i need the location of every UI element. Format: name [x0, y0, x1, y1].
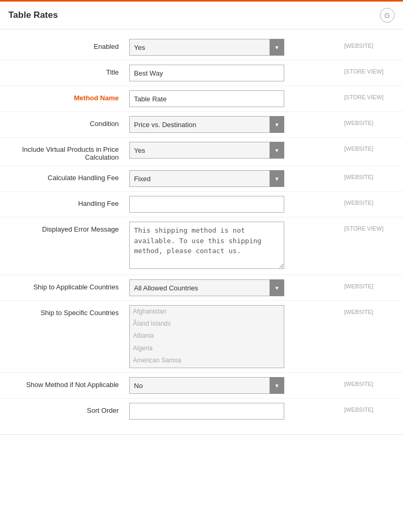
form-row-specific-countries: Ship to Specific CountriesAfghanistanÅla… — [0, 300, 403, 372]
form-row-include-virtual: Include Virtual Products in Price Calcul… — [0, 137, 403, 165]
scope-include-virtual: [WEBSITE] — [337, 142, 395, 152]
form-row-handling-fee: Handling Fee[WEBSITE] — [0, 191, 403, 217]
select-include-virtual[interactable]: YesNo — [129, 142, 284, 159]
label-enabled: Enabled — [8, 39, 129, 50]
countries-list-specific-countries[interactable]: AfghanistanÅland IslandsAlbaniaAlgeriaAm… — [129, 305, 284, 368]
table-rates-panel: Table Rates ⊙ EnabledYesNo[WEBSITE]Title… — [0, 0, 403, 435]
scope-enabled: [WEBSITE] — [337, 39, 395, 49]
input-cell-include-virtual: YesNo — [129, 142, 337, 159]
input-cell-show-method: NoYes — [129, 377, 337, 394]
textarea-error-message[interactable]: This shipping method is not available. T… — [129, 222, 284, 269]
input-cell-specific-countries: AfghanistanÅland IslandsAlbaniaAlgeriaAm… — [129, 305, 337, 368]
input-sort-order[interactable] — [129, 403, 284, 420]
input-handling-fee[interactable] — [129, 196, 284, 213]
input-cell-error-message: This shipping method is not available. T… — [129, 222, 337, 270]
label-calculate-handling: Calculate Handling Fee — [8, 170, 129, 182]
select-calculate-handling[interactable]: FixedPercent — [129, 170, 284, 187]
scope-sort-order: [WEBSITE] — [337, 403, 395, 413]
input-cell-sort-order — [129, 403, 337, 420]
select-enabled[interactable]: YesNo — [129, 39, 284, 56]
scope-applicable-countries: [WEBSITE] — [337, 279, 395, 289]
country-item[interactable]: American Samoa — [130, 354, 284, 367]
panel-bottom-border — [0, 434, 403, 435]
select-wrapper-include-virtual: YesNo — [129, 142, 284, 159]
select-wrapper-show-method: NoYes — [129, 377, 284, 394]
input-cell-title — [129, 65, 337, 81]
label-error-message: Displayed Error Message — [8, 222, 129, 233]
country-item[interactable]: Albania — [130, 330, 284, 342]
select-wrapper-condition: Price vs. DestinationWeight vs. Destinat… — [129, 116, 284, 133]
country-item[interactable]: Åland Islands — [130, 318, 284, 330]
form-table: EnabledYesNo[WEBSITE]Title[STORE VIEW]Me… — [0, 29, 403, 429]
label-title: Title — [8, 65, 129, 76]
select-show-method[interactable]: NoYes — [129, 377, 284, 394]
input-cell-method-name — [129, 90, 337, 107]
country-item[interactable]: Afghanistan — [130, 306, 284, 318]
select-wrapper-enabled: YesNo — [129, 39, 284, 56]
scope-title: [STORE VIEW] — [337, 65, 395, 75]
label-applicable-countries: Ship to Applicable Countries — [8, 279, 129, 291]
scope-handling-fee: [WEBSITE] — [337, 196, 395, 206]
label-sort-order: Sort Order — [8, 403, 129, 414]
form-row-error-message: Displayed Error MessageThis shipping met… — [0, 217, 403, 275]
input-title[interactable] — [129, 65, 284, 81]
form-row-applicable-countries: Ship to Applicable CountriesAll Allowed … — [0, 275, 403, 300]
label-specific-countries: Ship to Specific Countries — [8, 305, 129, 317]
input-cell-calculate-handling: FixedPercent — [129, 170, 337, 187]
select-wrapper-applicable-countries: All Allowed CountriesSpecific Countries — [129, 279, 284, 296]
form-row-calculate-handling: Calculate Handling FeeFixedPercent[WEBSI… — [0, 165, 403, 191]
panel-header: Table Rates ⊙ — [0, 2, 403, 29]
form-row-condition: ConditionPrice vs. DestinationWeight vs.… — [0, 111, 403, 137]
input-method-name[interactable] — [129, 90, 284, 107]
form-row-show-method: Show Method if Not ApplicableNoYes[WEBSI… — [0, 372, 403, 398]
form-row-method-name: Method Name[STORE VIEW] — [0, 86, 403, 111]
select-condition[interactable]: Price vs. DestinationWeight vs. Destinat… — [129, 116, 284, 133]
input-cell-enabled: YesNo — [129, 39, 337, 56]
label-include-virtual: Include Virtual Products in Price Calcul… — [8, 142, 129, 161]
scope-method-name: [STORE VIEW] — [337, 90, 395, 100]
scope-calculate-handling: [WEBSITE] — [337, 170, 395, 180]
input-cell-condition: Price vs. DestinationWeight vs. Destinat… — [129, 116, 337, 133]
panel-title: Table Rates — [8, 10, 58, 20]
label-method-name: Method Name — [8, 90, 129, 102]
label-handling-fee: Handling Fee — [8, 196, 129, 207]
country-item[interactable]: Andorra — [130, 367, 284, 368]
select-applicable-countries[interactable]: All Allowed CountriesSpecific Countries — [129, 279, 284, 296]
scope-specific-countries: [WEBSITE] — [337, 305, 395, 315]
scope-error-message: [STORE VIEW] — [337, 222, 395, 232]
form-row-sort-order: Sort Order[WEBSITE] — [0, 398, 403, 424]
scope-condition: [WEBSITE] — [337, 116, 395, 126]
scope-show-method: [WEBSITE] — [337, 377, 395, 387]
form-row-title: Title[STORE VIEW] — [0, 60, 403, 86]
label-show-method: Show Method if Not Applicable — [8, 377, 129, 389]
country-item[interactable]: Algeria — [130, 342, 284, 354]
collapse-button[interactable]: ⊙ — [380, 8, 395, 23]
input-cell-handling-fee — [129, 196, 337, 213]
select-wrapper-calculate-handling: FixedPercent — [129, 170, 284, 187]
input-cell-applicable-countries: All Allowed CountriesSpecific Countries — [129, 279, 337, 296]
label-condition: Condition — [8, 116, 129, 128]
form-row-enabled: EnabledYesNo[WEBSITE] — [0, 35, 403, 60]
